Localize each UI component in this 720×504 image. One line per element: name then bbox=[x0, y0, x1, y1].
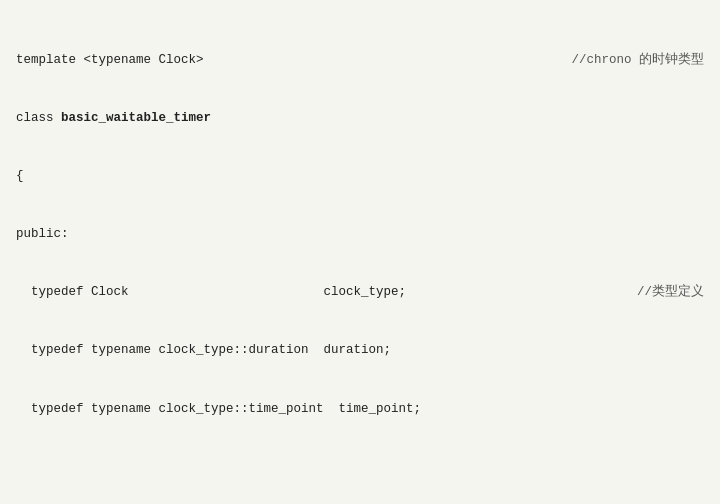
line-1-comment: //chrono 的时钟类型 bbox=[571, 51, 704, 70]
line-7-content: typedef typename clock_type::time_point … bbox=[16, 400, 704, 419]
line-5-content: typedef Clock clock_type; bbox=[16, 283, 637, 302]
line-7: typedef typename clock_type::time_point … bbox=[16, 400, 704, 419]
line-6: typedef typename clock_type::duration du… bbox=[16, 341, 704, 360]
line-3-content: { bbox=[16, 167, 704, 186]
line-1-content: template <typename Clock> bbox=[16, 51, 571, 70]
line-8 bbox=[16, 458, 704, 477]
line-3: { bbox=[16, 167, 704, 186]
line-5-comment: //类型定义 bbox=[637, 283, 704, 302]
line-2: class basic_waitable_timer bbox=[16, 109, 704, 128]
line-5: typedef Clock clock_type; //类型定义 bbox=[16, 283, 704, 302]
line-4-content: public: bbox=[16, 225, 704, 244]
line-2-content: class basic_waitable_timer bbox=[16, 109, 704, 128]
line-1: template <typename Clock> //chrono 的时钟类型 bbox=[16, 51, 704, 70]
line-6-content: typedef typename clock_type::duration du… bbox=[16, 341, 704, 360]
code-container: template <typename Clock> //chrono 的时钟类型… bbox=[16, 12, 704, 504]
line-4: public: bbox=[16, 225, 704, 244]
line-8-content bbox=[16, 458, 704, 477]
